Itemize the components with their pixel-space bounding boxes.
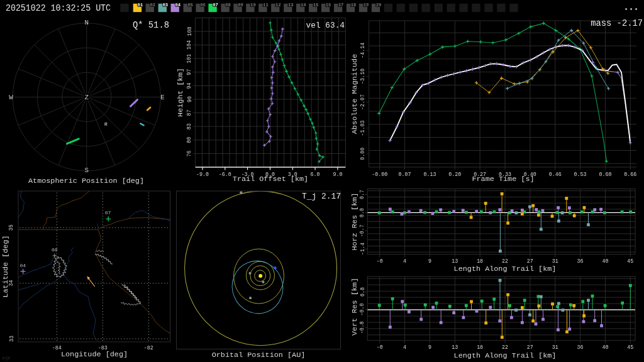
svg-text:83: 83 xyxy=(186,123,193,129)
svg-text:31: 31 xyxy=(552,258,558,265)
svg-text:40: 40 xyxy=(602,258,608,265)
svg-text:03: 03 xyxy=(162,3,168,8)
svg-text:18: 18 xyxy=(477,258,483,265)
svg-text:0.53: 0.53 xyxy=(574,171,587,178)
svg-text:0.0: 0.0 xyxy=(359,208,366,217)
svg-text:Horz Res [km]: Horz Res [km] xyxy=(350,193,359,251)
svg-text:22: 22 xyxy=(502,344,508,351)
svg-text:R: R xyxy=(104,121,108,127)
svg-text:W: W xyxy=(9,94,13,101)
svg-text:N: N xyxy=(85,19,89,26)
svg-text:-6.0: -6.0 xyxy=(219,171,231,178)
svg-text:-0.8: -0.8 xyxy=(359,321,366,334)
svg-text:0.13: 0.13 xyxy=(423,171,436,178)
svg-text:0.46: 0.46 xyxy=(549,171,562,178)
svg-text:10: 10 xyxy=(250,3,256,8)
svg-text:0.07: 0.07 xyxy=(399,171,411,178)
svg-text:17: 17 xyxy=(338,3,344,8)
svg-text:mass -2.17: mass -2.17 xyxy=(591,19,643,28)
svg-text:Vert Res [km]: Vert Res [km] xyxy=(350,278,359,336)
svg-text:0.7: 0.7 xyxy=(359,190,366,199)
svg-text:S: S xyxy=(85,167,89,174)
svg-text:18: 18 xyxy=(351,3,357,8)
svg-text:9: 9 xyxy=(428,258,431,265)
svg-text:0.00: 0.00 xyxy=(359,148,366,160)
svg-text:Orbital Position [AU]: Orbital Position [AU] xyxy=(212,351,306,359)
svg-text:Length Along Trail [km]: Length Along Trail [km] xyxy=(454,351,557,360)
svg-text:45: 45 xyxy=(627,344,633,351)
svg-text:108: 108 xyxy=(186,26,193,36)
svg-text:08: 08 xyxy=(52,247,58,253)
svg-text:101: 101 xyxy=(186,54,193,63)
svg-text:90: 90 xyxy=(186,96,193,102)
svg-text:02: 02 xyxy=(150,3,155,8)
svg-text:E: E xyxy=(160,94,164,101)
svg-text:-0.0: -0.0 xyxy=(359,303,366,315)
svg-text:27: 27 xyxy=(527,344,533,351)
svg-text:Atmospheric Position [deg]: Atmospheric Position [deg] xyxy=(28,177,144,185)
svg-text:-1.03: -1.03 xyxy=(359,120,366,136)
svg-text:-0: -0 xyxy=(377,344,383,351)
svg-text:Longitude [deg]: Longitude [deg] xyxy=(61,350,128,359)
svg-text:Frame Time [s]: Frame Time [s] xyxy=(472,175,534,184)
svg-text:-3.10: -3.10 xyxy=(359,69,366,84)
svg-text:76: 76 xyxy=(186,150,193,156)
svg-text:-84: -84 xyxy=(52,344,62,351)
svg-text:45: 45 xyxy=(627,258,633,265)
svg-text:04: 04 xyxy=(175,3,180,8)
svg-text:4: 4 xyxy=(403,344,406,351)
svg-text:22: 22 xyxy=(502,258,508,265)
svg-text:4: 4 xyxy=(403,258,406,265)
svg-text:35: 35 xyxy=(8,224,15,231)
svg-text:12: 12 xyxy=(275,3,281,8)
svg-text:05: 05 xyxy=(187,3,193,8)
svg-text:13: 13 xyxy=(452,344,458,351)
svg-text:20: 20 xyxy=(376,3,382,8)
svg-text:Latitude [deg]: Latitude [deg] xyxy=(1,235,10,297)
svg-text:0.20: 0.20 xyxy=(448,171,461,178)
svg-text:87: 87 xyxy=(186,110,193,116)
svg-text:-2.07: -2.07 xyxy=(359,94,366,110)
svg-text:0.66: 0.66 xyxy=(624,171,636,178)
svg-text:09: 09 xyxy=(238,3,243,8)
svg-text:31: 31 xyxy=(552,344,558,351)
svg-text:07: 07 xyxy=(105,210,111,216)
svg-text:07: 07 xyxy=(213,3,218,8)
svg-text:vel 63.4: vel 63.4 xyxy=(306,21,345,30)
svg-text:08: 08 xyxy=(225,3,231,8)
svg-text:-1.4: -1.4 xyxy=(359,243,366,255)
svg-text:16: 16 xyxy=(326,3,331,8)
svg-text:14: 14 xyxy=(301,3,306,8)
svg-text:80: 80 xyxy=(186,137,193,143)
svg-text:Z: Z xyxy=(85,94,89,101)
svg-text:-9.0: -9.0 xyxy=(196,171,209,178)
svg-text:9: 9 xyxy=(428,344,431,351)
svg-text:40: 40 xyxy=(602,344,608,351)
svg-text:Height [km]: Height [km] xyxy=(176,68,185,117)
svg-text:104: 104 xyxy=(186,40,193,50)
svg-text:mjW: mjW xyxy=(3,356,10,361)
svg-text:-0.00: -0.00 xyxy=(372,171,387,178)
svg-text:33: 33 xyxy=(8,336,15,342)
svg-text:Trail Offset [km]: Trail Offset [km] xyxy=(233,175,308,184)
svg-text:97: 97 xyxy=(186,69,193,75)
svg-text:13: 13 xyxy=(288,3,294,8)
svg-text:-0.7: -0.7 xyxy=(359,224,366,237)
svg-text:-4.14: -4.14 xyxy=(359,43,366,58)
svg-text:6.0: 6.0 xyxy=(311,171,320,178)
svg-text:18: 18 xyxy=(477,344,483,351)
svg-text:94: 94 xyxy=(186,82,193,89)
svg-text:20251022 10:32:25 UTC: 20251022 10:32:25 UTC xyxy=(6,4,111,13)
svg-text:04: 04 xyxy=(19,263,26,268)
svg-text:0.8: 0.8 xyxy=(359,287,366,297)
svg-text:01: 01 xyxy=(138,3,143,8)
svg-text:27: 27 xyxy=(527,258,533,265)
svg-text:T_j 2.17: T_j 2.17 xyxy=(302,192,341,201)
svg-text:06: 06 xyxy=(200,3,206,8)
svg-text:0.60: 0.60 xyxy=(599,171,611,178)
svg-text:11: 11 xyxy=(263,3,269,8)
svg-text:-0: -0 xyxy=(377,258,383,265)
svg-text:13: 13 xyxy=(452,258,458,265)
svg-text:36: 36 xyxy=(577,258,584,265)
svg-text:Length Along Trail [km]: Length Along Trail [km] xyxy=(454,265,557,273)
